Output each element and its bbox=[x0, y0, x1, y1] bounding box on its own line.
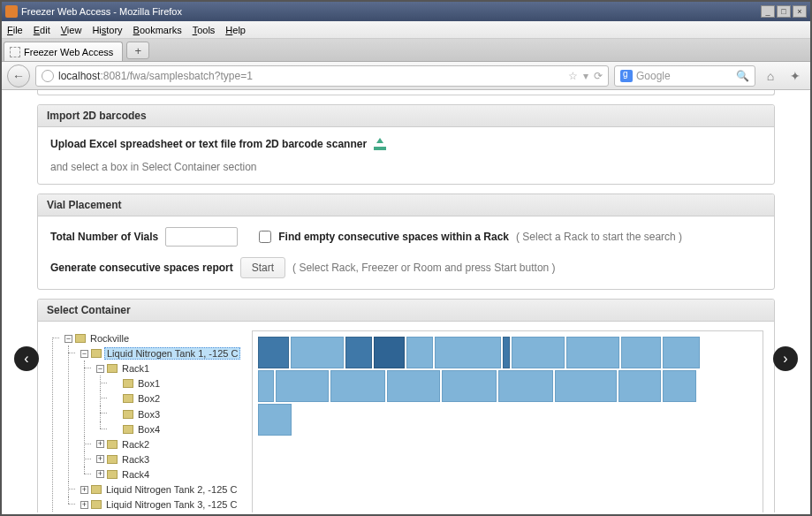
expand-toggle[interactable]: + bbox=[96, 455, 104, 463]
tree-node-label[interactable]: Rockville bbox=[88, 333, 131, 344]
upload-label: Upload Excel spreadsheet or text file fr… bbox=[50, 138, 367, 150]
tree-node: +Box3 bbox=[109, 406, 243, 421]
grid-row bbox=[258, 337, 757, 368]
grid-cell[interactable] bbox=[258, 404, 292, 436]
tree-node: +Liquid Nitrogen Tank 2, -125 C bbox=[77, 482, 243, 497]
collapse-toggle[interactable]: − bbox=[80, 350, 88, 358]
dropdown-icon[interactable]: ▾ bbox=[583, 70, 588, 82]
tree-node: −Rack1+Box1+Box2+Box3+Box4 bbox=[93, 360, 243, 436]
grid-cell[interactable] bbox=[566, 337, 619, 368]
tree-node-label[interactable]: Box1 bbox=[136, 378, 162, 389]
tab-bar: Freezer Web Access + bbox=[2, 39, 810, 62]
grid-cell[interactable] bbox=[442, 370, 497, 402]
menu-help[interactable]: Help bbox=[225, 25, 246, 35]
back-button[interactable]: ← bbox=[7, 64, 30, 87]
select-container-panel: Select Container −Rockville−Liquid Nitro… bbox=[37, 299, 775, 512]
folder-icon bbox=[107, 455, 118, 464]
tree-node-label[interactable]: Liquid Nitrogen Tank 3, -125 C bbox=[104, 499, 239, 510]
search-placeholder: Google bbox=[636, 70, 671, 82]
page-viewport: ‹ › Import 2D barcodes Upload Excel spre… bbox=[4, 90, 808, 512]
folder-icon bbox=[91, 485, 102, 494]
vial-panel-title: Vial Placement bbox=[38, 194, 774, 216]
grid-cell[interactable] bbox=[663, 370, 696, 402]
total-vials-label: Total Number of Vials bbox=[50, 231, 158, 243]
menu-tools[interactable]: Tools bbox=[193, 25, 216, 35]
bookmark-star-icon[interactable]: ☆ bbox=[568, 70, 578, 82]
grid-cell[interactable] bbox=[512, 337, 565, 368]
url-path: :8081/fwa/samplesbatch?type=1 bbox=[100, 70, 252, 82]
tree-node: +Box1 bbox=[109, 376, 243, 391]
rack-grid-map bbox=[252, 330, 763, 512]
grid-cell[interactable] bbox=[618, 370, 661, 402]
tree-node-label[interactable]: Rack1 bbox=[120, 363, 151, 374]
grid-cell[interactable] bbox=[291, 337, 344, 368]
grid-cell[interactable] bbox=[555, 370, 617, 402]
grid-cell[interactable] bbox=[503, 337, 510, 368]
close-button[interactable]: × bbox=[793, 5, 807, 18]
tree-node: +Liquid Nitrogen Tank 3, -125 C bbox=[77, 497, 243, 512]
container-tree: −Rockville−Liquid Nitrogen Tank 1, -125 … bbox=[49, 330, 243, 512]
page-content: Import 2D barcodes Upload Excel spreadsh… bbox=[37, 90, 775, 512]
collapse-toggle[interactable]: − bbox=[96, 365, 104, 373]
menu-view[interactable]: View bbox=[61, 25, 82, 35]
import-hint: and select a box in Select Container sec… bbox=[50, 161, 256, 173]
expand-toggle[interactable]: + bbox=[80, 486, 88, 494]
find-empty-checkbox[interactable] bbox=[259, 231, 271, 243]
grid-cell[interactable] bbox=[258, 370, 274, 402]
grid-row bbox=[258, 370, 757, 402]
carousel-prev-button[interactable]: ‹ bbox=[14, 346, 39, 371]
grid-cell[interactable] bbox=[387, 370, 440, 402]
folder-icon bbox=[107, 440, 118, 449]
browser-tab[interactable]: Freezer Web Access bbox=[4, 42, 123, 61]
url-bar[interactable]: localhost:8081/fwa/samplesbatch?type=1 ☆… bbox=[35, 65, 609, 87]
grid-cell[interactable] bbox=[374, 337, 405, 368]
tree-node-label[interactable]: Liquid Nitrogen Tank 2, -125 C bbox=[104, 484, 239, 495]
tree-node-label[interactable]: Box2 bbox=[136, 393, 162, 404]
grid-cell[interactable] bbox=[663, 337, 700, 368]
folder-icon bbox=[123, 410, 133, 419]
grid-cell[interactable] bbox=[345, 337, 372, 368]
tree-node-label[interactable]: Rack4 bbox=[120, 469, 151, 480]
new-tab-button[interactable]: + bbox=[126, 42, 149, 59]
tree-node: −Liquid Nitrogen Tank 1, -125 C−Rack1+Bo… bbox=[77, 345, 243, 482]
grid-cell[interactable] bbox=[498, 370, 553, 402]
start-button[interactable]: Start bbox=[240, 257, 285, 278]
tree-node-label[interactable]: Liquid Nitrogen Tank 1, -125 C bbox=[104, 347, 240, 360]
tree-node: +Munich bbox=[61, 512, 243, 512]
total-vials-input[interactable] bbox=[165, 227, 238, 247]
grid-cell[interactable] bbox=[276, 370, 329, 402]
minimize-button[interactable]: _ bbox=[761, 5, 775, 18]
tree-node-label[interactable]: Box3 bbox=[136, 409, 162, 420]
menu-file[interactable]: File bbox=[7, 25, 23, 35]
menu-edit[interactable]: Edit bbox=[34, 25, 50, 35]
find-empty-hint: ( Select a Rack to start the search ) bbox=[516, 231, 682, 243]
tree-node-label[interactable]: Rack2 bbox=[120, 439, 151, 450]
menu-bookmarks[interactable]: Bookmarks bbox=[133, 25, 182, 35]
grid-cell[interactable] bbox=[435, 337, 501, 368]
generate-report-label: Generate consecutive spaces report bbox=[50, 262, 233, 274]
folder-icon bbox=[123, 379, 133, 388]
reload-icon[interactable]: ⟳ bbox=[594, 70, 603, 82]
grid-cell[interactable] bbox=[258, 337, 289, 368]
grid-cell[interactable] bbox=[406, 337, 433, 368]
tree-node-label[interactable]: Rack3 bbox=[120, 454, 151, 465]
upload-icon[interactable] bbox=[374, 138, 386, 150]
expand-toggle[interactable]: + bbox=[96, 470, 104, 478]
tree-node-label[interactable]: Box4 bbox=[136, 424, 162, 435]
addon-button[interactable]: ✦ bbox=[785, 66, 805, 86]
nav-toolbar: ← localhost:8081/fwa/samplesbatch?type=1… bbox=[2, 62, 810, 90]
menu-history[interactable]: History bbox=[92, 25, 122, 35]
maximize-button[interactable]: □ bbox=[777, 5, 791, 18]
carousel-next-button[interactable]: › bbox=[773, 346, 798, 371]
expand-toggle[interactable]: + bbox=[96, 440, 104, 448]
grid-cell[interactable] bbox=[330, 370, 385, 402]
grid-cell[interactable] bbox=[621, 337, 661, 368]
expand-toggle[interactable]: + bbox=[80, 501, 88, 509]
folder-icon bbox=[91, 349, 102, 358]
search-icon[interactable]: 🔍 bbox=[736, 70, 749, 82]
folder-icon bbox=[91, 500, 102, 509]
firefox-icon bbox=[5, 5, 18, 18]
collapse-toggle[interactable]: − bbox=[65, 335, 72, 343]
home-button[interactable]: ⌂ bbox=[761, 66, 780, 86]
search-bar[interactable]: Google 🔍 bbox=[614, 65, 755, 87]
